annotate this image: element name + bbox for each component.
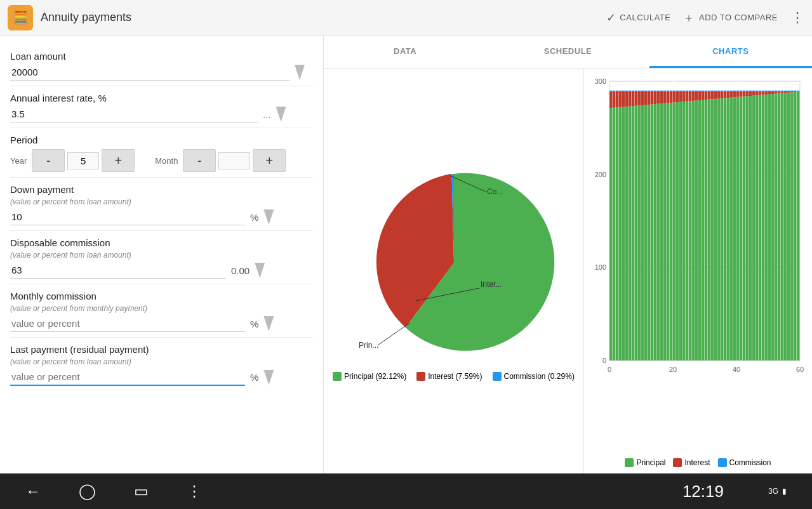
interest-swatch [416, 372, 425, 381]
down-payment-input[interactable] [10, 209, 245, 225]
disposable-commission-display: 0.00 [231, 265, 250, 276]
svg-rect-156 [755, 91, 759, 91]
calculate-button[interactable]: ✓ CALCULATE [606, 11, 671, 25]
svg-rect-94 [692, 101, 695, 360]
svg-rect-145 [746, 96, 749, 360]
svg-rect-45 [638, 91, 641, 91]
svg-rect-38 [632, 91, 635, 106]
svg-text:0: 0 [608, 366, 611, 373]
month-plus-button[interactable]: + [253, 149, 286, 172]
svg-rect-55 [651, 104, 654, 360]
svg-rect-72 [667, 91, 670, 91]
more-options-button[interactable]: ⋮ [790, 10, 804, 26]
svg-rect-89 [686, 91, 689, 102]
year-label: Year [10, 156, 27, 166]
year-minus-button[interactable]: - [32, 149, 65, 172]
bar-legend: Principal Interest Commission [590, 458, 806, 467]
down-payment-sublabel: (value or percent from loan amount) [10, 197, 313, 206]
tab-data[interactable]: DATA [324, 36, 486, 68]
svg-rect-108 [705, 91, 708, 91]
svg-rect-147 [746, 91, 749, 91]
down-payment-suffix: % [250, 212, 258, 223]
svg-rect-57 [651, 91, 654, 91]
svg-rect-179 [781, 91, 784, 93]
svg-rect-152 [752, 91, 755, 96]
svg-rect-143 [743, 91, 746, 96]
period-label: Period [10, 135, 313, 145]
svg-rect-187 [790, 92, 794, 360]
disposable-commission-sublabel: (value or percent from loan amount) [10, 251, 313, 260]
svg-rect-146 [746, 91, 749, 96]
svg-rect-172 [775, 94, 778, 360]
svg-rect-125 [724, 91, 727, 98]
back-button[interactable]: ← [25, 482, 41, 500]
monthly-commission-sublabel: (value or percent from monthly payment) [10, 304, 313, 313]
monthly-commission-input[interactable] [10, 315, 245, 332]
svg-rect-181 [784, 93, 787, 360]
svg-rect-120 [717, 91, 721, 91]
year-value-input[interactable] [67, 152, 99, 169]
svg-rect-166 [768, 94, 771, 360]
tab-charts[interactable]: CHARTS [649, 36, 812, 68]
svg-rect-92 [689, 91, 692, 102]
svg-rect-22 [616, 107, 619, 360]
svg-rect-118 [717, 98, 721, 360]
svg-rect-165 [765, 91, 768, 91]
svg-rect-60 [654, 91, 657, 91]
disposable-commission-input[interactable] [10, 262, 226, 279]
last-payment-arrow [263, 370, 274, 385]
svg-rect-190 [794, 92, 797, 360]
interest-rate-input[interactable] [10, 106, 258, 122]
top-bar-actions: ✓ CALCULATE ＋ ADD TO COMPARE ⋮ [606, 10, 804, 26]
interest-dots-button[interactable]: ... [263, 109, 271, 120]
pie-area: Prin... Inter... Co... Principal (92.12%… [324, 69, 583, 473]
svg-rect-154 [755, 95, 759, 360]
svg-rect-149 [749, 91, 752, 96]
svg-rect-51 [644, 91, 648, 91]
svg-rect-61 [657, 104, 660, 360]
svg-rect-44 [638, 91, 641, 105]
svg-rect-142 [743, 96, 746, 360]
svg-rect-62 [657, 91, 660, 104]
svg-rect-162 [762, 91, 765, 91]
svg-rect-122 [721, 91, 724, 98]
loan-amount-input[interactable] [10, 64, 290, 81]
loan-amount-row [10, 64, 313, 81]
legend-interest: Interest (7.59%) [416, 372, 482, 381]
svg-rect-194 [797, 91, 800, 92]
home-button[interactable]: ◯ [79, 482, 96, 500]
battery-icon: ▮ [782, 487, 787, 496]
svg-rect-85 [682, 102, 686, 360]
down-payment-label: Down payment [10, 184, 313, 195]
svg-rect-65 [660, 91, 663, 103]
tab-schedule[interactable]: SCHEDULE [486, 36, 649, 68]
last-payment-sublabel: (value or percent from loan amount) [10, 357, 313, 366]
svg-rect-185 [787, 91, 790, 93]
svg-rect-41 [635, 91, 638, 106]
svg-rect-37 [632, 106, 635, 360]
svg-rect-139 [740, 96, 743, 360]
menu-button[interactable]: ⋮ [187, 482, 202, 500]
network-indicator: 3G [768, 487, 778, 496]
svg-rect-69 [663, 91, 667, 91]
pie-chart: Prin... Inter... Co... [352, 161, 556, 364]
svg-rect-33 [625, 91, 629, 91]
svg-rect-80 [676, 91, 679, 102]
legend-commission: Commission (0.29%) [493, 372, 575, 381]
svg-rect-112 [711, 99, 714, 360]
svg-rect-113 [711, 91, 714, 99]
svg-rect-177 [778, 91, 781, 91]
main-content: Loan amount Annual interest rate, % ... … [0, 36, 812, 473]
svg-rect-155 [755, 91, 759, 95]
add-to-compare-button[interactable]: ＋ ADD TO COMPARE [683, 10, 778, 25]
svg-rect-117 [714, 91, 717, 91]
svg-text:200: 200 [595, 171, 606, 178]
recents-button[interactable]: ▭ [134, 482, 149, 500]
svg-rect-40 [635, 106, 638, 360]
year-plus-button[interactable]: + [102, 149, 135, 172]
month-minus-button[interactable]: - [183, 149, 216, 172]
month-value-input[interactable] [218, 152, 250, 169]
last-payment-input[interactable] [10, 369, 245, 386]
legend-principal: Principal (92.12%) [333, 372, 406, 381]
svg-rect-102 [698, 91, 702, 91]
